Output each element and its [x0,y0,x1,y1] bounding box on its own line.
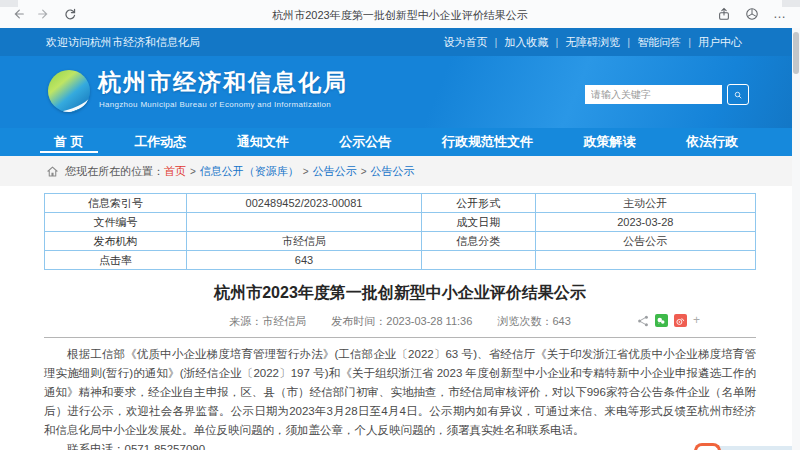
page-title: 杭州市2023年度第一批创新型中小企业评价结果公示 [44,283,756,304]
share-page-icon[interactable] [716,6,732,22]
separator [186,165,200,177]
file-number-value [187,213,422,232]
accessibility-link[interactable]: 无障碍浏览 [563,35,622,50]
shield-extension-icon[interactable] [744,6,760,22]
breadcrumb-home-link[interactable]: 首页 [164,164,186,179]
nav-item-announcements[interactable]: 公示公告 [329,128,401,156]
breadcrumb-announcements-link[interactable]: 公告公示 [313,164,357,179]
welcome-text: 欢迎访问杭州市经济和信息化局 [46,35,200,50]
site-header: 杭州市经济和信息化局 Hangzhou Municipal Bureau of … [0,56,792,128]
wechat-share-icon[interactable] [655,314,668,327]
article-content: 信息索引号 002489452/2023-00081 公开形式 主动公开 文件编… [0,186,792,450]
separator [683,36,696,48]
add-favorite-link[interactable]: 加入收藏 [502,35,550,50]
breadcrumb: 您现在所在的位置： 首页 信息公开（资源库） 公告公示 公告公示 [0,156,792,186]
bureau-logo [48,70,90,112]
share-nodes-icon[interactable] [637,315,649,327]
user-center-link[interactable]: 用户中心 [696,35,744,50]
publisher-value: 市经信局 [187,232,422,251]
browser-menu-icon[interactable]: … [772,6,788,22]
refresh-icon[interactable] [62,6,78,22]
scrollbar-track[interactable] [792,28,800,450]
breadcrumb-prefix: 您现在所在的位置： [65,164,164,179]
divider [44,337,756,338]
separator [299,165,313,177]
nav-item-work-news[interactable]: 工作动态 [124,128,196,156]
breadcrumb-current-page[interactable]: 公告公示 [371,164,415,179]
empty-cell [535,251,755,270]
table-row: 文件编号 成文日期 2023-03-28 [45,213,756,232]
issue-date-label: 成文日期 [421,213,535,232]
utility-bar: 欢迎访问杭州市经济和信息化局 设为首页 加入收藏 无障碍浏览 智能问答 用户中心 [0,28,792,56]
publisher-label: 发布机构 [45,232,187,251]
browser-chrome: 杭州市2023年度第一批创新型中小企业评价结果公示 … [0,0,800,28]
forward-icon[interactable] [36,6,52,22]
document-info-table: 信息索引号 002489452/2023-00081 公开形式 主动公开 文件编… [44,193,756,270]
article-meta: 来源：市经信局 发布时间：2023-03-28 11:36 浏览次数：643 + [44,313,756,329]
disclosure-form-label: 公开形式 [421,194,535,213]
click-rate-label: 点击率 [45,251,187,270]
nav-item-law-administration[interactable]: 依法行政 [676,128,748,156]
category-value: 公告公示 [535,232,755,251]
contact-phone: 联系电话：0571-85257090 [44,440,756,450]
nav-item-regulatory-files[interactable]: 行政规范性文件 [432,128,543,156]
separator [622,36,635,48]
weibo-share-icon[interactable] [674,314,687,327]
info-index-label: 信息索引号 [45,194,187,213]
empty-cell [421,251,535,270]
file-number-label: 文件编号 [45,213,187,232]
table-row: 点击率 643 [45,251,756,270]
table-row: 信息索引号 002489452/2023-00081 公开形式 主动公开 [45,194,756,213]
back-icon[interactable] [10,6,26,22]
article-paragraph: 根据工信部《优质中小企业梯度培育管理暂行办法》(工信部企业〔2022〕63 号)… [44,345,756,440]
home-icon [46,165,59,178]
table-row: 发布机构 市经信局 信息分类 公告公示 [45,232,756,251]
search-icon [734,89,742,101]
info-index-value: 002489452/2023-00081 [187,194,422,213]
separator [550,36,563,48]
search-button[interactable] [727,84,749,105]
floating-widget-icon[interactable] [694,443,721,450]
breadcrumb-info-disclosure-link[interactable]: 信息公开（资源库） [200,164,299,179]
site-name: 杭州市经济和信息化局 [98,67,348,98]
nav-item-policy-interpretation[interactable]: 政策解读 [573,128,645,156]
issue-date-value: 2023-03-28 [535,213,755,232]
scrollbar-thumb[interactable] [793,32,799,74]
set-homepage-link[interactable]: 设为首页 [442,35,490,50]
separator [490,36,503,48]
category-label: 信息分类 [421,232,535,251]
share-more-button[interactable]: + [693,314,700,327]
browser-tab-title: 杭州市2023年度第一批创新型中小企业评价结果公示 [120,8,680,23]
smart-qa-link[interactable]: 智能问答 [635,35,683,50]
separator [357,165,371,177]
article-view-count: 浏览次数：643 [497,315,570,327]
nav-item-notice-files[interactable]: 通知文件 [227,128,299,156]
click-rate-value: 643 [187,251,422,270]
nav-item-home[interactable]: 首 页 [44,128,94,156]
disclosure-form-value: 主动公开 [535,194,755,213]
article-source: 来源：市经信局 [229,315,306,327]
main-nav: 首 页 工作动态 通知文件 公示公告 行政规范性文件 政策解读 依法行政 [0,128,792,156]
search-input[interactable] [585,85,722,104]
article-publish-time: 发布时间：2023-03-28 11:36 [331,315,472,327]
site-name-english: Hangzhou Municipal Bureau of Economy and… [99,100,331,109]
